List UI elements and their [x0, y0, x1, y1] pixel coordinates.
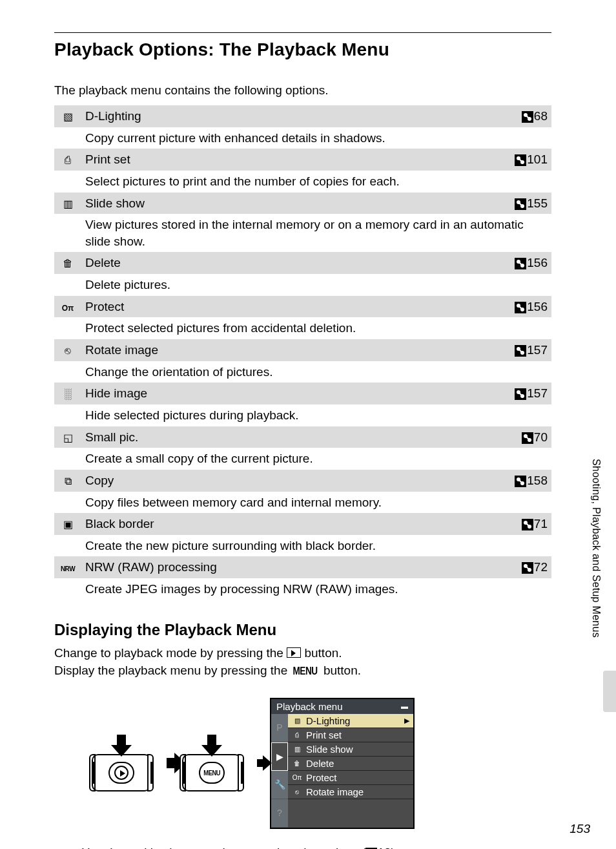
screen-sidebar-tab: ▶ [271, 742, 288, 771]
menu-item-label: Rotate image [306, 786, 364, 797]
option-name: D-Lighting [80, 105, 506, 127]
d-lighting-icon: ▧ [63, 112, 73, 122]
option-description: View pictures stored in the internal mem… [80, 214, 551, 252]
option-header-row: ▧D-Lighting68 [54, 105, 551, 127]
menu-item-icon: ▥ [292, 746, 302, 753]
page-ref-icon [515, 388, 526, 400]
body-text: button. [323, 664, 361, 677]
play-icon [114, 766, 128, 780]
option-page-ref: 156 [506, 252, 551, 274]
menu-item-label: D-Lighting [306, 715, 350, 726]
print-set-icon: ⎙ [65, 155, 71, 165]
option-header-row: NRWNRW (RAW) processing72 [54, 556, 551, 578]
option-description: Copy files between memory card and inter… [80, 492, 551, 514]
option-page-ref: 70 [506, 426, 551, 448]
option-header-row: ▥Slide show155 [54, 193, 551, 215]
black-border-icon: ▣ [63, 519, 73, 530]
menu-item-icon: ⎙ [292, 731, 302, 739]
page-ref-icon [522, 432, 533, 444]
option-name: Print set [80, 149, 506, 171]
option-header-row: ░Hide image157 [54, 383, 551, 404]
option-page-ref: 71 [506, 513, 551, 535]
option-name: Slide show [80, 193, 506, 215]
playback-button-icon [287, 647, 301, 658]
option-name: Copy [80, 470, 506, 492]
intro-text: The playback menu contains the following… [54, 83, 551, 98]
screen-titlebar: Playback menu ▬ [271, 699, 413, 714]
option-name: Delete [80, 252, 506, 274]
option-header-row: ⎋Rotate image157 [54, 339, 551, 361]
menu-item-label: Protect [306, 772, 337, 783]
screen-sidebar-tab: 🔧 [271, 771, 288, 799]
option-page-ref: 157 [506, 339, 551, 361]
menu-item-icon: Oπ [292, 774, 302, 781]
screen-sidebar-tab: P [271, 714, 288, 742]
option-page-ref: 72 [506, 556, 551, 578]
body-text: Display the playback menu by pressing th… [54, 664, 291, 677]
option-page-ref: 101 [506, 149, 551, 171]
page-title: Playback Options: The Playback Menu [54, 39, 551, 60]
option-name: Rotate image [80, 339, 506, 361]
screen-menu-item: OπProtect [288, 771, 413, 785]
menu-item-label: Slide show [306, 744, 353, 755]
heading-rule: Playback Options: The Playback Menu [54, 32, 551, 60]
slide-show-icon: ▥ [63, 199, 73, 209]
menu-item-icon: 🗑 [292, 760, 302, 767]
option-description: Select pictures to print and the number … [80, 171, 551, 193]
option-header-row: OπProtect156 [54, 296, 551, 318]
menu-item-label: Delete [306, 758, 334, 769]
page-ref-icon [515, 302, 526, 313]
option-name: Hide image [80, 383, 506, 404]
battery-icon: ▬ [401, 702, 408, 710]
bullet-list: Use the multi selector to choose and app… [70, 843, 551, 849]
option-description-row: Create the new picture surrounding with … [54, 535, 551, 557]
side-tab-marker [603, 671, 616, 712]
option-page-ref: 155 [506, 193, 551, 215]
option-page-ref: 68 [506, 105, 551, 127]
playback-menu-screen: Playback menu ▬ P▶🔧? ▧D-Lighting▶⎙Print … [270, 698, 415, 829]
bullet-text: ). [391, 846, 399, 849]
option-name: NRW (RAW) processing [80, 556, 506, 578]
page-ref-icon [515, 258, 526, 269]
option-description: Protect selected pictures from accidenta… [80, 317, 551, 339]
delete-icon: 🗑 [63, 258, 73, 269]
option-header-row: ◱Small pic.70 [54, 426, 551, 448]
option-description-row: View pictures stored in the internal mem… [54, 214, 551, 252]
rotate-image-icon: ⎋ [65, 346, 71, 356]
option-header-row: 🗑Delete156 [54, 252, 551, 274]
option-description-row: Copy files between memory card and inter… [54, 492, 551, 514]
option-description: Copy current picture with enhanced detai… [80, 127, 551, 149]
page-ref-icon [515, 154, 526, 166]
menu-icon: MENU [203, 769, 220, 777]
option-description: Create JPEG images by processing NRW (RA… [80, 578, 551, 600]
menu-item-icon: ⎋ [292, 788, 302, 795]
screen-menu-item: 🗑Delete [288, 757, 413, 771]
page-ref-icon [522, 562, 533, 574]
camera-menu-button-illustration: MENU [180, 731, 244, 795]
body-text: button. [304, 646, 342, 660]
copy-icon: ⧉ [65, 476, 72, 487]
page-ref-icon [515, 345, 526, 357]
body-paragraph: Change to playback mode by pressing the … [54, 644, 551, 680]
side-tab-label: Shooting, Playback and Setup Menus [590, 459, 602, 638]
option-page-ref: 158 [506, 470, 551, 492]
screen-sidebar: P▶🔧? [271, 714, 288, 828]
body-text: Change to playback mode by pressing the [54, 646, 287, 660]
screen-menu-list: ▧D-Lighting▶⎙Print set▥Slide show🗑Delete… [288, 714, 413, 828]
option-description: Hide selected pictures during playback. [80, 404, 551, 426]
camera-play-button-illustration [89, 731, 154, 795]
page-ref-icon [522, 111, 533, 123]
option-description-row: Protect selected pictures from accidenta… [54, 317, 551, 339]
option-description-row: Delete pictures. [54, 274, 551, 296]
option-description: Change the orientation of pictures. [80, 361, 551, 383]
option-description-row: Copy current picture with enhanced detai… [54, 127, 551, 149]
option-description-row: Create a small copy of the current pictu… [54, 448, 551, 470]
nrw-raw-icon: NRW [61, 566, 75, 572]
option-description-row: Create JPEG images by processing NRW (RA… [54, 578, 551, 600]
option-description: Create a small copy of the current pictu… [80, 448, 551, 470]
option-header-row: ⎙Print set101 [54, 149, 551, 171]
option-page-ref: 157 [506, 383, 551, 404]
menu-item-label: Print set [306, 729, 342, 740]
protect-icon: Oπ [62, 304, 74, 312]
page-ref-icon [515, 198, 526, 210]
